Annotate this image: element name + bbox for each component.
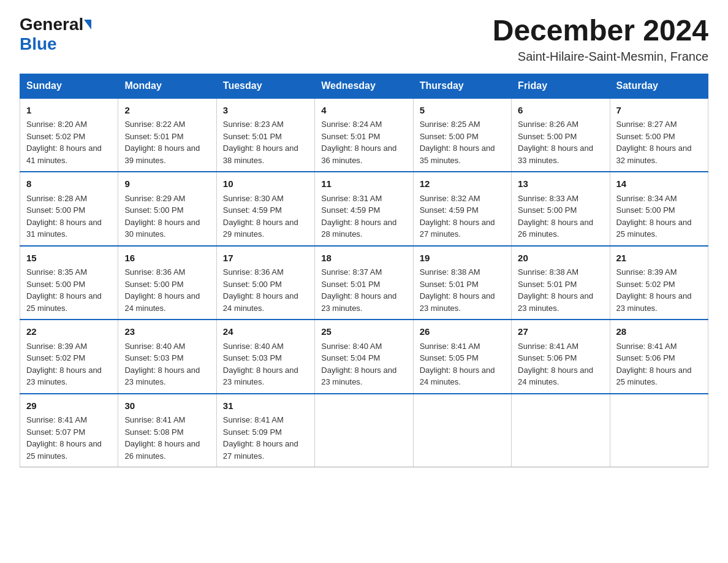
- sunset-label: Sunset: 5:02 PM: [616, 280, 675, 289]
- sunset-label: Sunset: 5:07 PM: [26, 427, 85, 437]
- day-number: 2: [124, 104, 210, 118]
- sunset-label: Sunset: 5:01 PM: [321, 280, 380, 289]
- calendar-day-header: Wednesday: [315, 74, 413, 98]
- sunset-label: Sunset: 5:00 PM: [616, 132, 675, 141]
- calendar-cell: 25 Sunrise: 8:40 AM Sunset: 5:04 PM Dayl…: [315, 320, 413, 394]
- calendar-cell: 19 Sunrise: 8:38 AM Sunset: 5:01 PM Dayl…: [413, 246, 511, 320]
- day-number: 10: [223, 177, 308, 191]
- calendar-day-header: Thursday: [413, 74, 511, 98]
- day-number: 20: [518, 251, 603, 266]
- sunset-label: Sunset: 5:00 PM: [518, 132, 577, 141]
- calendar-cell: 23 Sunrise: 8:40 AM Sunset: 5:03 PM Dayl…: [118, 320, 216, 394]
- calendar-table: SundayMondayTuesdayWednesdayThursdayFrid…: [20, 74, 708, 468]
- sunrise-label: Sunrise: 8:38 AM: [518, 267, 578, 277]
- sunrise-label: Sunrise: 8:38 AM: [420, 267, 480, 277]
- daylight-label: Daylight: 8 hours and 23 minutes.: [321, 291, 396, 313]
- day-number: 18: [321, 251, 406, 266]
- day-number: 17: [223, 251, 308, 266]
- sunrise-label: Sunrise: 8:29 AM: [124, 194, 185, 203]
- sunset-label: Sunset: 4:59 PM: [420, 205, 479, 215]
- calendar-cell: 28 Sunrise: 8:41 AM Sunset: 5:06 PM Dayl…: [610, 320, 708, 394]
- daylight-label: Daylight: 8 hours and 36 minutes.: [321, 144, 396, 165]
- day-number: 26: [420, 325, 505, 339]
- sunrise-label: Sunrise: 8:30 AM: [223, 194, 284, 203]
- sunrise-label: Sunrise: 8:40 AM: [124, 342, 185, 351]
- daylight-label: Daylight: 8 hours and 24 minutes.: [124, 291, 200, 313]
- sunrise-label: Sunrise: 8:37 AM: [321, 267, 382, 277]
- calendar-cell: [512, 394, 610, 467]
- calendar-day-header: Sunday: [20, 74, 118, 98]
- logo: General Blue: [20, 15, 91, 54]
- sunrise-label: Sunrise: 8:39 AM: [616, 267, 677, 277]
- sunset-label: Sunset: 5:00 PM: [26, 205, 85, 215]
- sunrise-label: Sunrise: 8:28 AM: [26, 194, 87, 203]
- logo-general-text: General: [20, 15, 83, 34]
- calendar-week-row: 15 Sunrise: 8:35 AM Sunset: 5:00 PM Dayl…: [20, 246, 708, 320]
- day-number: 27: [518, 325, 603, 339]
- calendar-cell: 22 Sunrise: 8:39 AM Sunset: 5:02 PM Dayl…: [20, 320, 118, 394]
- daylight-label: Daylight: 8 hours and 26 minutes.: [518, 218, 593, 239]
- daylight-label: Daylight: 8 hours and 28 minutes.: [321, 218, 396, 239]
- sunrise-label: Sunrise: 8:32 AM: [420, 194, 480, 203]
- calendar-week-row: 8 Sunrise: 8:28 AM Sunset: 5:00 PM Dayli…: [20, 172, 708, 246]
- daylight-label: Daylight: 8 hours and 38 minutes.: [223, 144, 298, 165]
- sunset-label: Sunset: 5:01 PM: [518, 280, 577, 289]
- sunrise-label: Sunrise: 8:41 AM: [124, 415, 185, 424]
- sunrise-label: Sunrise: 8:22 AM: [124, 120, 185, 129]
- sunset-label: Sunset: 5:06 PM: [518, 353, 577, 362]
- calendar-week-row: 1 Sunrise: 8:20 AM Sunset: 5:02 PM Dayli…: [20, 98, 708, 172]
- logo-triangle-icon: [84, 20, 91, 29]
- daylight-label: Daylight: 8 hours and 26 minutes.: [124, 439, 200, 461]
- daylight-label: Daylight: 8 hours and 23 minutes.: [124, 366, 200, 387]
- calendar-cell: 7 Sunrise: 8:27 AM Sunset: 5:00 PM Dayli…: [610, 98, 708, 172]
- daylight-label: Daylight: 8 hours and 24 minutes.: [518, 366, 593, 387]
- sunrise-label: Sunrise: 8:33 AM: [518, 194, 578, 203]
- calendar-cell: 18 Sunrise: 8:37 AM Sunset: 5:01 PM Dayl…: [315, 246, 413, 320]
- calendar-cell: 6 Sunrise: 8:26 AM Sunset: 5:00 PM Dayli…: [512, 98, 610, 172]
- day-number: 29: [26, 399, 112, 413]
- calendar-cell: [610, 394, 708, 467]
- daylight-label: Daylight: 8 hours and 31 minutes.: [26, 218, 102, 239]
- calendar-cell: 21 Sunrise: 8:39 AM Sunset: 5:02 PM Dayl…: [610, 246, 708, 320]
- calendar-cell: 10 Sunrise: 8:30 AM Sunset: 4:59 PM Dayl…: [216, 172, 314, 246]
- day-number: 19: [420, 251, 505, 266]
- calendar-cell: 26 Sunrise: 8:41 AM Sunset: 5:05 PM Dayl…: [413, 320, 511, 394]
- sunrise-label: Sunrise: 8:24 AM: [321, 120, 382, 129]
- location-text: Saint-Hilaire-Saint-Mesmin, France: [493, 50, 708, 64]
- calendar-cell: 11 Sunrise: 8:31 AM Sunset: 4:59 PM Dayl…: [315, 172, 413, 246]
- calendar-day-header: Friday: [512, 74, 610, 98]
- daylight-label: Daylight: 8 hours and 25 minutes.: [616, 218, 692, 239]
- sunrise-label: Sunrise: 8:36 AM: [223, 267, 284, 277]
- day-number: 14: [616, 177, 702, 191]
- daylight-label: Daylight: 8 hours and 23 minutes.: [616, 291, 692, 313]
- day-number: 7: [616, 104, 702, 118]
- daylight-label: Daylight: 8 hours and 27 minutes.: [223, 439, 298, 461]
- day-number: 13: [518, 177, 603, 191]
- logo-blue-text: Blue: [20, 34, 57, 53]
- calendar-cell: 20 Sunrise: 8:38 AM Sunset: 5:01 PM Dayl…: [512, 246, 610, 320]
- sunset-label: Sunset: 5:09 PM: [223, 427, 282, 437]
- sunset-label: Sunset: 5:00 PM: [223, 280, 282, 289]
- calendar-cell: 15 Sunrise: 8:35 AM Sunset: 5:00 PM Dayl…: [20, 246, 118, 320]
- calendar-cell: 9 Sunrise: 8:29 AM Sunset: 5:00 PM Dayli…: [118, 172, 216, 246]
- sunrise-label: Sunrise: 8:41 AM: [616, 342, 677, 351]
- daylight-label: Daylight: 8 hours and 35 minutes.: [420, 144, 495, 165]
- sunrise-label: Sunrise: 8:40 AM: [321, 342, 382, 351]
- calendar-cell: 1 Sunrise: 8:20 AM Sunset: 5:02 PM Dayli…: [20, 98, 118, 172]
- day-number: 22: [26, 325, 112, 339]
- day-number: 21: [616, 251, 702, 266]
- sunset-label: Sunset: 5:01 PM: [223, 132, 282, 141]
- sunrise-label: Sunrise: 8:34 AM: [616, 194, 677, 203]
- title-block: December 2024 Saint-Hilaire-Saint-Mesmin…: [493, 15, 708, 64]
- calendar-body: 1 Sunrise: 8:20 AM Sunset: 5:02 PM Dayli…: [20, 98, 708, 467]
- sunrise-label: Sunrise: 8:40 AM: [223, 342, 284, 351]
- day-number: 28: [616, 325, 702, 339]
- calendar-cell: 16 Sunrise: 8:36 AM Sunset: 5:00 PM Dayl…: [118, 246, 216, 320]
- sunset-label: Sunset: 4:59 PM: [321, 205, 380, 215]
- calendar-cell: 3 Sunrise: 8:23 AM Sunset: 5:01 PM Dayli…: [216, 98, 314, 172]
- sunrise-label: Sunrise: 8:23 AM: [223, 120, 284, 129]
- day-number: 15: [26, 251, 112, 266]
- sunrise-label: Sunrise: 8:41 AM: [420, 342, 480, 351]
- calendar-cell: 13 Sunrise: 8:33 AM Sunset: 5:00 PM Dayl…: [512, 172, 610, 246]
- sunrise-label: Sunrise: 8:26 AM: [518, 120, 578, 129]
